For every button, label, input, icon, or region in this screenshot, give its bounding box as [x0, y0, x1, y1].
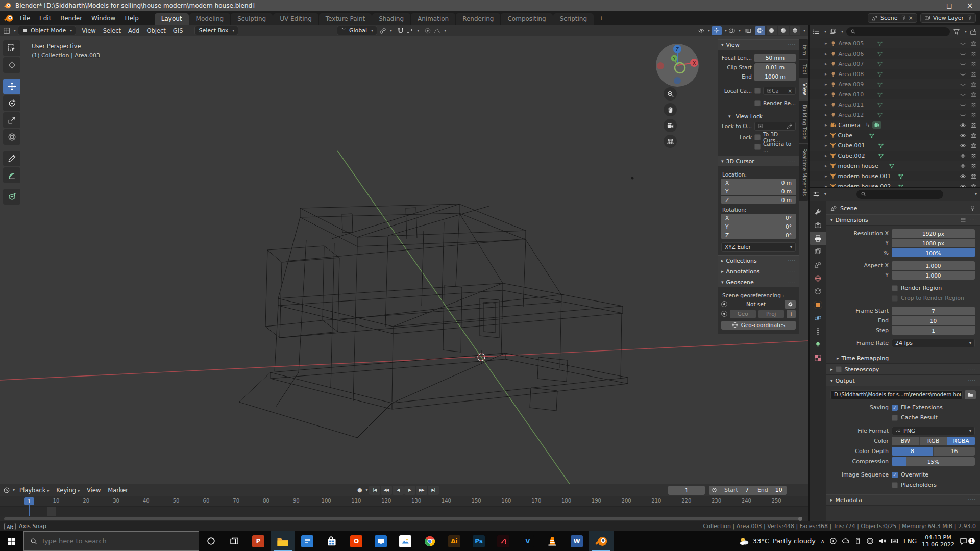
auto-keying-button[interactable]: ●	[357, 487, 362, 493]
compression-slider[interactable]: 15%	[892, 457, 975, 466]
local-camera-checkbox[interactable]	[754, 88, 761, 94]
play-button[interactable]: ▶	[404, 486, 415, 495]
outliner-item-modern-house-001[interactable]: ▸modern house.001	[810, 171, 980, 181]
stereoscopy-header[interactable]: ▸Stereoscopy····	[826, 364, 980, 375]
visibility-hidden-icon[interactable]	[960, 71, 966, 78]
visibility-hidden-icon[interactable]	[960, 61, 966, 67]
tab-shading[interactable]: Shading	[372, 13, 410, 25]
clip-start-field[interactable]: 0.01 m	[754, 63, 796, 72]
outliner-item-area-010[interactable]: ▸Area.010	[810, 89, 980, 99]
tab-animation[interactable]: Animation	[411, 13, 455, 25]
collections-panel-header[interactable]: ▸Collections····	[718, 255, 799, 266]
outliner-item-cube-002[interactable]: ▸Cube.002	[810, 151, 980, 161]
tab-scripting[interactable]: Scripting	[553, 13, 594, 25]
shading-material-button[interactable]	[778, 26, 789, 35]
eyedropper-icon[interactable]	[787, 123, 792, 129]
color-bw-button[interactable]: BW	[892, 437, 920, 445]
render-visibility-icon[interactable]	[970, 122, 977, 129]
tab-modeling[interactable]: Modeling	[189, 13, 231, 25]
properties-search-input[interactable]	[856, 190, 943, 199]
render-visibility-icon[interactable]	[970, 142, 977, 149]
depth-8-button[interactable]: 8	[892, 447, 934, 456]
georef-settings-button[interactable]	[785, 300, 796, 309]
browse-output-button[interactable]	[965, 390, 976, 399]
usb-tray-button[interactable]	[854, 537, 862, 545]
shading-wireframe-button[interactable]	[755, 26, 765, 35]
clip-end-field[interactable]: 1000 m	[754, 72, 796, 81]
taskbar-app-file-explorer[interactable]	[271, 531, 295, 551]
cursor-loc-x[interactable]: X0 m	[721, 179, 796, 187]
placeholders-checkbox[interactable]	[892, 482, 898, 488]
taskbar-app-v-app[interactable]: V	[516, 531, 540, 551]
tool-scale[interactable]	[3, 112, 20, 128]
taskbar-search[interactable]	[23, 531, 199, 551]
taskbar-app-vlc[interactable]	[540, 531, 565, 551]
orientation-dropdown[interactable]: Global▾	[337, 26, 377, 35]
render-visibility-icon[interactable]	[970, 81, 977, 88]
timeline-ruler[interactable]: 1020304050607080901001101201301401501601…	[0, 496, 808, 507]
visibility-eye-icon[interactable]	[698, 27, 705, 34]
active-tool-dropdown[interactable]: Select Box▾	[194, 26, 238, 35]
visibility-visible-icon[interactable]	[960, 173, 966, 180]
start-button[interactable]	[0, 531, 23, 551]
render-visibility-icon[interactable]	[970, 173, 977, 180]
taskbar-app-photoshop[interactable]: Ps	[467, 531, 491, 551]
taskbar-clock[interactable]: 04:13 PM 13-06-2022	[922, 534, 954, 548]
overwrite-checkbox[interactable]: ✓	[892, 472, 898, 478]
timeline-menu-view[interactable]: View	[83, 487, 104, 494]
frame-rate-dropdown[interactable]: 24 fps▾	[892, 339, 975, 347]
cursor-panel-header[interactable]: ▾3D Cursor····	[718, 156, 799, 166]
new-collection-icon[interactable]	[970, 28, 977, 35]
maximize-button[interactable]: □	[939, 0, 960, 11]
metadata-panel-header[interactable]: ▸Metadata····	[826, 494, 980, 506]
properties-tab-world[interactable]	[810, 271, 826, 285]
tool-move[interactable]	[3, 79, 20, 94]
touch-keyboard-tray-button[interactable]	[891, 537, 898, 545]
dimensions-panel-header[interactable]: ▾Dimensions····	[826, 214, 980, 226]
tab-uv-editing[interactable]: UV Editing	[273, 13, 318, 25]
sidebar-tab-building-tools[interactable]: Building Tools	[799, 101, 808, 143]
new-layer-icon[interactable]	[966, 15, 972, 21]
camera-to-view-checkbox[interactable]	[754, 144, 761, 150]
outliner-item-area-012[interactable]: ▸Area.012	[810, 110, 980, 120]
viewport-menu-view[interactable]: View	[78, 27, 99, 34]
frame-step-field[interactable]: 1	[892, 326, 975, 335]
navigation-gizmo[interactable]: Z X Y	[653, 41, 701, 89]
stereoscopy-checkbox[interactable]	[836, 366, 842, 372]
menu-render[interactable]: Render	[56, 13, 87, 23]
prev-keyframe-button[interactable]: ◀◀	[381, 486, 392, 495]
properties-editor-icon[interactable]	[813, 191, 820, 198]
properties-tab-texture[interactable]	[810, 351, 826, 364]
frame-end-field[interactable]: 10	[892, 316, 975, 325]
taskbar-app-illustrator[interactable]: Ai	[442, 531, 467, 551]
visibility-visible-icon[interactable]	[960, 163, 966, 169]
close-button[interactable]: ×	[960, 0, 980, 11]
tool-rotate[interactable]	[3, 95, 20, 111]
minimize-button[interactable]: —	[919, 0, 939, 11]
view-layer-selector[interactable]: View Layer	[920, 13, 976, 23]
timeline-track[interactable]	[0, 507, 808, 516]
weather-widget[interactable]: 33°C Partly cloudy	[739, 536, 816, 546]
render-visibility-icon[interactable]	[970, 51, 977, 57]
meet-now-tray-button[interactable]	[829, 537, 837, 545]
timeline-menu-playback[interactable]: Playback▾	[16, 487, 53, 494]
outliner-item-area-006[interactable]: ▸Area.006	[810, 48, 980, 59]
tab-layout[interactable]: Layout	[155, 13, 189, 25]
visibility-hidden-icon[interactable]	[960, 51, 966, 57]
outliner-search-input[interactable]	[846, 27, 950, 36]
taskbar-app-blender[interactable]	[589, 531, 614, 551]
taskbar-app-microsoft-store[interactable]	[320, 531, 344, 551]
notification-center-button[interactable]: 1	[960, 537, 975, 545]
outliner-item-area-008[interactable]: ▸Area.008	[810, 69, 980, 79]
outliner-item-camera[interactable]: ▸Camera↳	[810, 120, 980, 130]
viewport-menu-object[interactable]: Object	[143, 27, 169, 34]
outliner-item-modern-house[interactable]: ▸modern house	[810, 161, 980, 171]
viewport-menu-select[interactable]: Select	[100, 27, 125, 34]
viewport-3d[interactable]: ▾ Object Mode▾ ViewSelectAddObjectGIS Se…	[0, 25, 808, 484]
outliner-item-area-009[interactable]: ▸Area.009	[810, 79, 980, 89]
taskbar-app-office[interactable]: O	[344, 531, 369, 551]
copy-icon[interactable]	[900, 15, 906, 21]
visibility-visible-icon[interactable]	[960, 142, 966, 149]
filter-funnel-icon[interactable]	[953, 28, 960, 35]
unlink-scene-icon[interactable]: ×	[909, 15, 913, 21]
